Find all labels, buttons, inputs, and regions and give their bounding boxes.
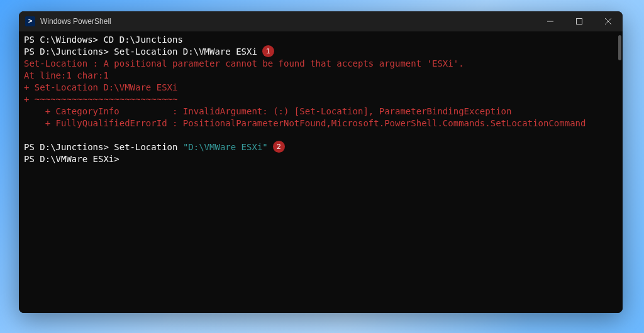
error-line: + ~~~~~~~~~~~~~~~~~~~~~~~~~~~ bbox=[24, 94, 618, 106]
error-line: Set-Location : A positional parameter ca… bbox=[24, 58, 618, 70]
maximize-button[interactable] bbox=[565, 11, 594, 31]
prompt-line: PS D:\Junctions> Set-Location D:\VMWare … bbox=[24, 46, 618, 58]
prompt-line: PS D:\Junctions> Set-Location "D:\VMWare… bbox=[24, 141, 618, 154]
command-text: Set-Location bbox=[114, 142, 183, 152]
prompt-line: PS C:\Windows> CD D:\Junctions bbox=[24, 34, 618, 46]
error-line: + CategoryInfo : InvalidArgument: (:) [S… bbox=[24, 106, 618, 117]
prompt: PS C:\Windows> bbox=[24, 35, 103, 45]
scrollbar[interactable] bbox=[618, 35, 621, 60]
powershell-icon bbox=[25, 16, 35, 26]
window-title: Windows PowerShell bbox=[40, 17, 536, 26]
minimize-button[interactable] bbox=[536, 11, 565, 31]
blank-line bbox=[24, 129, 618, 141]
annotation-badge-2: 2 bbox=[273, 141, 285, 153]
svg-rect-1 bbox=[577, 19, 582, 25]
command-text: CD D:\Junctions bbox=[103, 35, 182, 45]
terminal-output[interactable]: PS C:\Windows> CD D:\Junctions PS D:\Jun… bbox=[19, 31, 623, 313]
powershell-window: Windows PowerShell PS C:\Windows> CD D:\… bbox=[19, 11, 623, 313]
annotation-badge-1: 1 bbox=[262, 45, 274, 57]
error-line: At line:1 char:1 bbox=[24, 70, 618, 82]
prompt: PS D:\Junctions> bbox=[24, 46, 114, 57]
prompt: PS D:\Junctions> bbox=[24, 142, 114, 152]
command-text: Set-Location D:\VMWare ESXi bbox=[114, 46, 257, 57]
close-button[interactable] bbox=[594, 11, 623, 31]
window-controls bbox=[536, 11, 623, 31]
error-line: + FullyQualifiedErrorId : PositionalPara… bbox=[24, 117, 618, 129]
error-line: + Set-Location D:\VMWare ESXi bbox=[24, 82, 618, 94]
prompt: PS D:\VMWare ESXi> bbox=[24, 154, 125, 164]
quoted-string: "D:\VMWare ESXi" bbox=[183, 142, 268, 152]
titlebar[interactable]: Windows PowerShell bbox=[19, 11, 623, 31]
prompt-line: PS D:\VMWare ESXi> bbox=[24, 153, 618, 165]
